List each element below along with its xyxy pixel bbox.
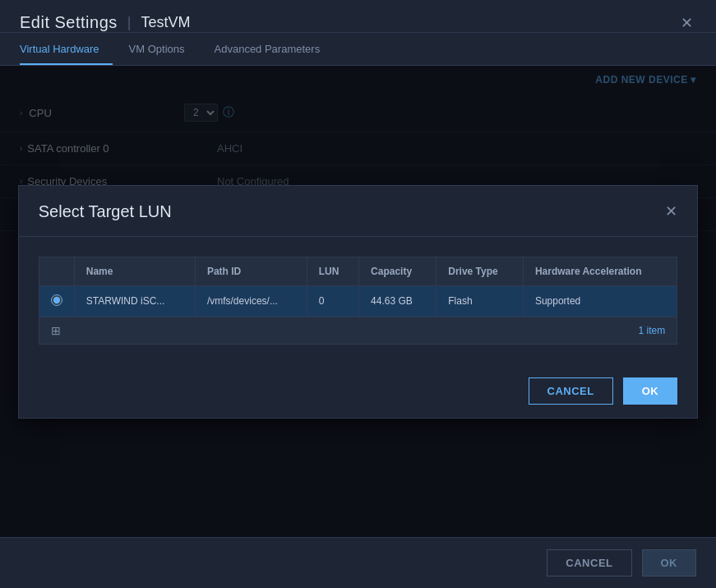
lun-modal-title: Select Target LUN: [39, 202, 172, 221]
row-radio-cell[interactable]: [39, 285, 74, 317]
lun-modal-header: Select Target LUN ✕: [19, 186, 697, 237]
edit-settings-modal: Edit Settings | TestVM ✕ Virtual Hardwar…: [0, 0, 716, 588]
row-hw-acceleration: Supported: [523, 285, 677, 317]
lun-cancel-button[interactable]: CANCEL: [529, 377, 613, 405]
table-footer: ⊞ 1 item: [39, 317, 677, 345]
col-header-lun: LUN: [307, 257, 358, 285]
col-header-path-id: Path ID: [195, 257, 307, 285]
tab-advanced-parameters[interactable]: Advanced Parameters: [215, 33, 334, 65]
lun-ok-button[interactable]: OK: [623, 377, 678, 405]
col-header-drive-type: Drive Type: [437, 257, 524, 285]
col-header-capacity: Capacity: [359, 257, 437, 285]
outer-footer: CANCEL OK: [0, 537, 716, 588]
outer-ok-button[interactable]: OK: [642, 549, 697, 576]
edit-settings-title: Edit Settings: [20, 13, 118, 32]
tab-virtual-hardware[interactable]: Virtual Hardware: [20, 33, 113, 65]
lun-modal-body: Name Path ID LUN Capacity Drive Type Har…: [19, 237, 697, 364]
vm-name: TestVM: [141, 14, 190, 31]
title-divider: |: [127, 14, 132, 31]
col-header-radio: [39, 257, 74, 285]
tab-vm-options[interactable]: VM Options: [129, 33, 198, 65]
col-header-name: Name: [74, 257, 195, 285]
col-header-hw-acceleration: Hardware Acceleration: [523, 257, 677, 285]
item-count: 1 item: [639, 325, 666, 336]
lun-table: Name Path ID LUN Capacity Drive Type Har…: [39, 257, 677, 317]
edit-close-icon[interactable]: ✕: [677, 16, 696, 30]
row-lun: 0: [307, 285, 358, 317]
table-columns-icon[interactable]: ⊞: [51, 324, 61, 337]
row-path-id: /vmfs/devices/...: [195, 285, 307, 317]
lun-modal-close-icon[interactable]: ✕: [665, 202, 677, 220]
edit-header: Edit Settings | TestVM ✕: [0, 0, 716, 33]
lun-modal-overlay: Select Target LUN ✕ Name Path ID LUN Cap…: [0, 66, 716, 537]
outer-cancel-button[interactable]: CANCEL: [547, 549, 631, 576]
table-row[interactable]: STARWIND iSC... /vmfs/devices/... 0 44.6…: [39, 285, 677, 317]
row-name: STARWIND iSC...: [74, 285, 195, 317]
lun-modal-footer: CANCEL OK: [19, 364, 697, 418]
edit-content: ADD NEW DEVICE ▾ › CPU 2 4 8 ⓘ ›: [0, 66, 716, 537]
select-target-lun-modal: Select Target LUN ✕ Name Path ID LUN Cap…: [18, 185, 698, 419]
tabs-bar: Virtual Hardware VM Options Advanced Par…: [0, 33, 716, 66]
row-radio-input[interactable]: [51, 294, 62, 306]
table-header-row: Name Path ID LUN Capacity Drive Type Har…: [39, 257, 677, 285]
row-capacity: 44.63 GB: [359, 285, 437, 317]
row-drive-type: Flash: [437, 285, 524, 317]
